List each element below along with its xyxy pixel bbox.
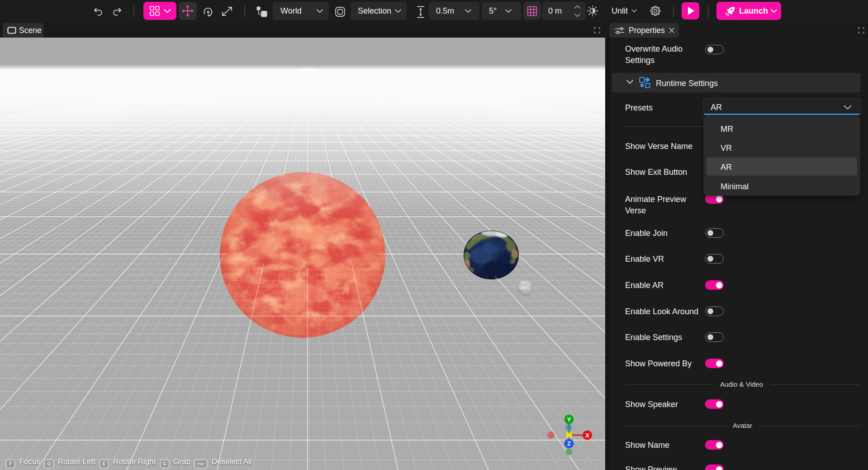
svg-text:Y: Y xyxy=(567,416,571,423)
svg-text:Z: Z xyxy=(567,440,571,447)
svg-text:X: X xyxy=(585,432,589,439)
